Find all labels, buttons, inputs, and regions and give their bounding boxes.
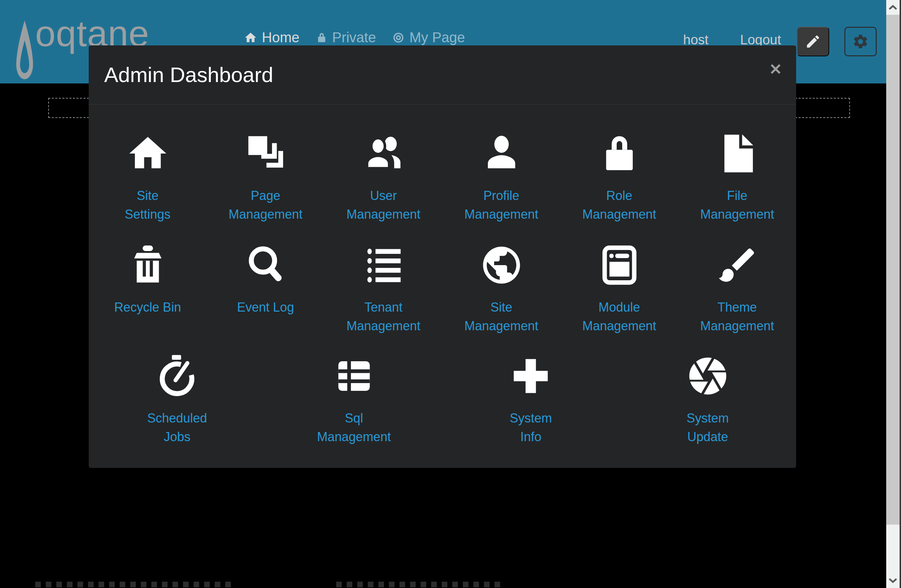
modal-body: Site SettingsPage ManagementUser Managem… [89, 131, 796, 446]
nav-item-private[interactable]: Private [316, 30, 376, 45]
tile-file-management[interactable]: File Management [678, 131, 796, 224]
edit-mode-button[interactable] [797, 27, 829, 56]
home-icon [244, 31, 257, 44]
home-icon [126, 131, 170, 176]
cutoff-page-content [336, 582, 505, 587]
tile-sql-management[interactable]: Sql Management [266, 354, 443, 446]
tile-label: Recycle Bin [114, 298, 181, 317]
modal-title: Admin Dashboard [104, 63, 273, 87]
tile-module-management[interactable]: Module Management [560, 243, 678, 335]
scroll-down-arrow[interactable] [886, 573, 899, 588]
tile-tenant-management[interactable]: Tenant Management [324, 243, 443, 335]
nav-menu: Home Private My Page [244, 30, 465, 45]
tile-label: Tenant Management [346, 298, 420, 335]
tile-label: Scheduled Jobs [147, 409, 207, 446]
tile-label: Role Management [582, 186, 656, 224]
scrollbar-thumb[interactable] [886, 15, 899, 525]
tile-label: Page Management [228, 186, 302, 224]
water-drop-icon [16, 20, 34, 83]
settings-button[interactable] [844, 27, 877, 56]
cutoff-page-content [35, 582, 232, 587]
shutter-icon [686, 354, 730, 398]
tile-label: Site Settings [125, 186, 170, 224]
tile-label: Sql Management [317, 409, 391, 446]
nav-item-label: My Page [409, 30, 465, 45]
admin-dashboard-modal: Admin Dashboard ✕ Site SettingsPage Mana… [89, 45, 796, 468]
vertical-scrollbar[interactable] [886, 0, 901, 588]
plus-icon [508, 354, 553, 398]
timer-icon [155, 354, 199, 398]
tile-label: System Info [510, 409, 552, 446]
list-icon [362, 243, 406, 287]
window-icon [597, 243, 642, 287]
tile-page-management[interactable]: Page Management [207, 131, 324, 224]
tile-role-management[interactable]: Role Management [560, 131, 678, 224]
nav-item-my-page[interactable]: My Page [392, 30, 465, 45]
modal-header: Admin Dashboard ✕ [89, 45, 796, 104]
nav-item-label: Home [262, 30, 299, 45]
tile-label: User Management [346, 186, 420, 224]
tile-row: Recycle BinEvent LogTenant ManagementSit… [89, 243, 796, 335]
tile-label: File Management [700, 186, 774, 224]
tile-row: Site SettingsPage ManagementUser Managem… [89, 131, 796, 224]
people-icon [362, 131, 406, 176]
target-icon [392, 31, 405, 44]
tile-label: Profile Management [464, 186, 538, 224]
close-icon[interactable]: ✕ [768, 60, 783, 78]
lock-icon [316, 32, 328, 44]
pages-icon [243, 131, 288, 176]
globe-icon [479, 243, 524, 287]
table-icon [332, 354, 376, 398]
tile-site-management[interactable]: Site Management [443, 243, 560, 335]
tile-label: Module Management [582, 298, 656, 335]
tile-system-info[interactable]: System Info [443, 354, 619, 446]
gear-icon [852, 33, 869, 50]
scroll-up-arrow[interactable] [886, 0, 899, 15]
tile-scheduled-jobs[interactable]: Scheduled Jobs [89, 354, 266, 446]
file-icon [715, 131, 759, 176]
tile-site-settings[interactable]: Site Settings [89, 131, 207, 224]
pencil-icon [805, 33, 821, 50]
tile-label: System Update [687, 409, 729, 446]
brush-icon [715, 243, 759, 287]
nav-item-label: Private [332, 30, 376, 45]
search-icon [243, 243, 288, 287]
tile-label: Theme Management [700, 298, 774, 335]
tile-label: Site Management [464, 298, 538, 335]
tile-row: Scheduled JobsSql ManagementSystem InfoS… [89, 354, 796, 446]
trash-icon [126, 243, 170, 287]
nav-item-home[interactable]: Home [244, 30, 299, 45]
tile-theme-management[interactable]: Theme Management [678, 243, 796, 335]
person-icon [479, 131, 524, 176]
tile-system-update[interactable]: System Update [619, 354, 797, 446]
tile-user-management[interactable]: User Management [324, 131, 443, 224]
lock-icon [597, 131, 642, 176]
tile-profile-management[interactable]: Profile Management [443, 131, 560, 224]
page: { "navbar": { "logo_text": "oqtane", "it… [0, 0, 901, 588]
tile-recycle-bin[interactable]: Recycle Bin [89, 243, 207, 335]
tile-label: Event Log [237, 298, 294, 317]
tile-event-log[interactable]: Event Log [207, 243, 324, 335]
